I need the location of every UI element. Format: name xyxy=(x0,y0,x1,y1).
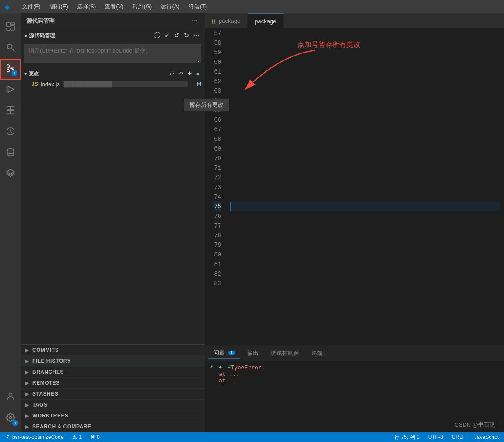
code-line-64 xyxy=(230,96,500,105)
code-line-79 xyxy=(230,240,500,250)
unstage-all-icon[interactable]: ↶ xyxy=(177,70,185,78)
menu-edit[interactable]: 编辑(E) xyxy=(46,2,72,11)
remotes-chevron-icon: ▶ xyxy=(25,380,29,386)
more-options-icon[interactable]: ⋯ xyxy=(190,17,200,25)
file-name: index.js xyxy=(41,81,60,88)
status-eol[interactable]: CRLF xyxy=(450,434,467,440)
line-60: 60 xyxy=(214,57,221,67)
panel-tab-output[interactable]: 输出 xyxy=(242,347,264,359)
activity-search[interactable] xyxy=(0,38,21,59)
status-warnings[interactable]: ⚠ 1 xyxy=(70,434,84,440)
changes-actions: ↩ ↶ + ● xyxy=(168,69,201,78)
activity-settings[interactable]: 1 xyxy=(0,408,21,429)
bottom-panel: 问题 1 输出 调试控制台 终端 * ♦ HTypeError: xyxy=(205,345,504,432)
svg-point-19 xyxy=(9,416,12,419)
activity-database[interactable] xyxy=(0,143,21,164)
menu-run[interactable]: 运行(A) xyxy=(157,2,183,11)
svg-rect-12 xyxy=(11,107,14,110)
activity-extensions[interactable] xyxy=(0,101,21,122)
status-position[interactable]: 行 75, 列 1 xyxy=(392,434,421,441)
line-numbers: 57 58 59 60 61 62 63 64 65 66 67 68 69 7… xyxy=(205,28,227,345)
refresh-icon[interactable]: ↻ xyxy=(182,31,191,40)
search-compare-chevron-icon: ▶ xyxy=(25,424,29,430)
git-stashes[interactable]: ▶ STASHES xyxy=(21,389,205,400)
panel-tab-terminal[interactable]: 终端 xyxy=(306,347,328,359)
line-71: 71 xyxy=(214,163,221,173)
panel-tab-problems[interactable]: 问题 1 xyxy=(208,347,240,359)
menu-file[interactable]: 文件(F) xyxy=(18,2,44,11)
eol-text: CRLF xyxy=(452,434,466,440)
settings-badge: 1 xyxy=(12,420,18,426)
file-status: M xyxy=(197,81,201,87)
vscode-logo: ◆ xyxy=(4,3,10,11)
code-line-68 xyxy=(230,134,500,144)
account-icon xyxy=(6,392,15,403)
menu-terminal[interactable]: 终端(T) xyxy=(185,2,211,11)
line-67: 67 xyxy=(214,125,221,134)
problems-badge: 1 xyxy=(228,351,235,355)
git-worktrees[interactable]: ▶ WORKTREES xyxy=(21,410,205,421)
tab-package-active[interactable]: package xyxy=(248,13,284,28)
menu-goto[interactable]: 转到(G) xyxy=(129,2,156,11)
menu-view[interactable]: 查看(V) xyxy=(101,2,127,11)
status-language[interactable]: JavaScript xyxy=(472,434,500,440)
activity-layers[interactable] xyxy=(0,164,21,185)
git-file-history[interactable]: ▶ FILE HISTORY xyxy=(21,356,205,367)
activity-timeline[interactable] xyxy=(0,122,21,143)
status-errors[interactable]: ✖ 0 xyxy=(89,434,102,440)
tab-label-package: package xyxy=(219,18,240,24)
tab-json-icon: {} xyxy=(212,18,215,24)
activity-run[interactable] xyxy=(0,80,21,101)
database-icon xyxy=(6,147,15,159)
worktrees-label: WORKTREES xyxy=(32,413,69,419)
activity-bar: 1 xyxy=(0,13,21,432)
code-line-72 xyxy=(230,173,500,182)
git-search-compare[interactable]: ▶ SEARCH & COMPARE xyxy=(21,421,205,432)
line-59: 59 xyxy=(214,48,221,57)
svg-rect-0 xyxy=(7,22,10,27)
sync-changes-icon[interactable] xyxy=(152,31,162,40)
line-81: 81 xyxy=(214,260,221,269)
git-tags[interactable]: ▶ TAGS xyxy=(21,400,205,410)
activity-account[interactable] xyxy=(0,387,21,408)
line-74: 74 xyxy=(214,192,221,202)
menu-select[interactable]: 选择(S) xyxy=(74,2,99,11)
panel-tab-debug[interactable]: 调试控制台 xyxy=(266,347,304,359)
changed-file-item[interactable]: JS index.js ██████████████ ... M xyxy=(21,79,205,89)
discard-icon[interactable]: ↺ xyxy=(172,31,181,40)
code-line-57 xyxy=(230,28,500,38)
stashes-chevron-icon: ▶ xyxy=(25,391,29,397)
title-bar: ◆ 文件(F) 编辑(E) 选择(S) 查看(V) 转到(G) 运行(A) 终端… xyxy=(0,0,504,13)
layers-icon xyxy=(6,168,15,180)
svg-rect-14 xyxy=(11,111,14,114)
git-remotes[interactable]: ▶ REMOTES xyxy=(21,378,205,389)
code-area[interactable] xyxy=(227,28,504,345)
status-branch[interactable]: bsr-test-optimizeCode xyxy=(4,434,65,441)
activity-bar-bottom: 1 xyxy=(0,387,21,432)
tab-label-package2: package xyxy=(255,18,276,25)
stage-all-icon[interactable]: + xyxy=(186,69,193,78)
activity-source-control[interactable]: 1 xyxy=(0,59,21,80)
git-commits[interactable]: ▶ COMMITS xyxy=(21,345,205,356)
branches-chevron-icon: ▶ xyxy=(25,369,29,375)
svg-line-5 xyxy=(12,49,14,52)
code-line-76 xyxy=(230,211,500,221)
line-83: 83 xyxy=(214,279,221,288)
more-scm-icon[interactable]: ⋯ xyxy=(192,31,201,40)
commit-message-input[interactable] xyxy=(24,44,201,63)
line-79: 79 xyxy=(214,240,221,250)
changes-header-left: ▾ 更改 xyxy=(24,70,38,77)
tab-package-json[interactable]: {} package xyxy=(205,13,248,28)
discard-all-icon[interactable]: ↩ xyxy=(168,70,176,78)
code-line-60 xyxy=(230,57,500,67)
git-branches[interactable]: ▶ BRANCHES xyxy=(21,367,205,378)
status-encoding[interactable]: UTF-8 xyxy=(427,434,445,440)
commit-icon[interactable]: ✓ xyxy=(163,31,172,40)
stashes-label: STASHES xyxy=(32,391,58,397)
open-changes-icon[interactable]: ● xyxy=(194,70,201,78)
activity-explorer[interactable] xyxy=(0,17,21,38)
code-line-81 xyxy=(230,260,500,269)
file-history-chevron-icon: ▶ xyxy=(25,358,29,364)
code-line-61 xyxy=(230,67,500,77)
changes-header[interactable]: ▾ 更改 ↩ ↶ + ● xyxy=(21,68,205,79)
